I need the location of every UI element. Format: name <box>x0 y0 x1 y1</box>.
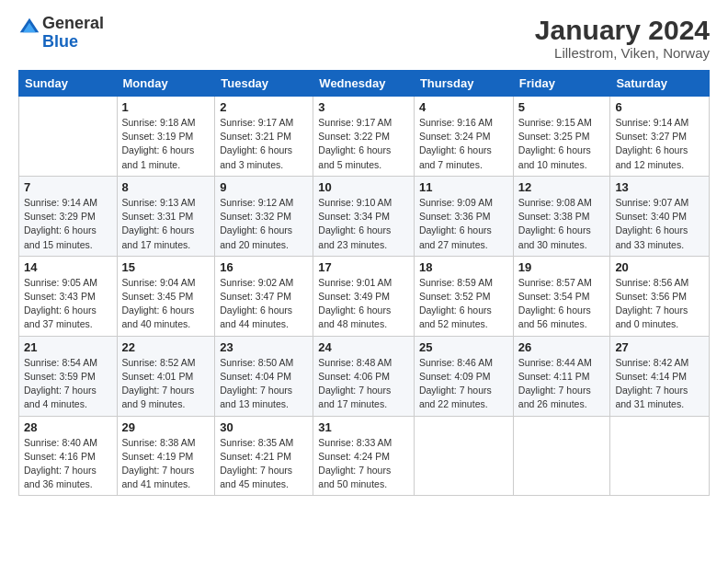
calendar-cell: 9Sunrise: 9:12 AMSunset: 3:32 PMDaylight… <box>215 176 313 256</box>
day-number: 28 <box>24 420 112 434</box>
daylight-hours: Daylight: 6 hours <box>615 144 688 155</box>
calendar-subtitle: Lillestrom, Viken, Norway <box>535 45 710 61</box>
day-number: 17 <box>318 260 409 274</box>
calendar-cell: 24Sunrise: 8:48 AMSunset: 4:06 PMDayligh… <box>313 336 415 416</box>
calendar-cell: 31Sunrise: 8:33 AMSunset: 4:24 PMDayligh… <box>313 416 415 496</box>
calendar-cell: 15Sunrise: 9:04 AMSunset: 3:45 PMDayligh… <box>117 256 215 336</box>
day-info: Sunrise: 9:14 AMSunset: 3:29 PMDaylight:… <box>24 196 112 252</box>
day-info: Sunrise: 9:04 AMSunset: 3:45 PMDaylight:… <box>122 276 210 332</box>
calendar-cell: 22Sunrise: 8:52 AMSunset: 4:01 PMDayligh… <box>117 336 215 416</box>
daylight-hours: Daylight: 6 hours <box>318 144 391 155</box>
day-number: 9 <box>220 180 308 194</box>
calendar-cell: 11Sunrise: 9:09 AMSunset: 3:36 PMDayligh… <box>414 176 513 256</box>
header-row: Sunday Monday Tuesday Wednesday Thursday… <box>19 71 710 97</box>
day-info: Sunrise: 8:35 AMSunset: 4:21 PMDaylight:… <box>220 436 308 492</box>
calendar-body: 1Sunrise: 9:18 AMSunset: 3:19 PMDaylight… <box>19 97 710 496</box>
calendar-cell <box>610 416 710 496</box>
daylight-hours: Daylight: 7 hours <box>220 465 292 476</box>
calendar-week-4: 21Sunrise: 8:54 AMSunset: 3:59 PMDayligh… <box>19 336 710 416</box>
daylight-hours: Daylight: 6 hours <box>122 144 195 155</box>
calendar-cell: 27Sunrise: 8:42 AMSunset: 4:14 PMDayligh… <box>610 336 710 416</box>
daylight-hours: Daylight: 7 hours <box>419 385 492 396</box>
day-number: 24 <box>318 340 409 354</box>
day-number: 29 <box>122 420 210 434</box>
calendar-table: Sunday Monday Tuesday Wednesday Thursday… <box>18 70 710 496</box>
day-info: Sunrise: 9:08 AMSunset: 3:38 PMDaylight:… <box>518 196 606 252</box>
calendar-cell: 12Sunrise: 9:08 AMSunset: 3:38 PMDayligh… <box>513 176 610 256</box>
day-number: 6 <box>615 100 704 114</box>
calendar-header: Sunday Monday Tuesday Wednesday Thursday… <box>19 71 710 97</box>
day-info: Sunrise: 9:13 AMSunset: 3:31 PMDaylight:… <box>122 196 210 252</box>
day-info: Sunrise: 8:52 AMSunset: 4:01 PMDaylight:… <box>122 356 210 412</box>
daylight-hours: Daylight: 6 hours <box>318 304 391 316</box>
daylight-hours: Daylight: 6 hours <box>24 224 97 236</box>
col-thursday: Thursday <box>414 71 513 97</box>
day-number: 22 <box>122 340 210 354</box>
day-info: Sunrise: 8:44 AMSunset: 4:11 PMDaylight:… <box>518 356 606 412</box>
calendar-cell: 21Sunrise: 8:54 AMSunset: 3:59 PMDayligh… <box>19 336 118 416</box>
calendar-cell: 7Sunrise: 9:14 AMSunset: 3:29 PMDaylight… <box>19 176 118 256</box>
calendar-cell: 25Sunrise: 8:46 AMSunset: 4:09 PMDayligh… <box>414 336 513 416</box>
header: General Blue January 2024 Lillestrom, Vi… <box>18 15 710 61</box>
calendar-cell: 26Sunrise: 8:44 AMSunset: 4:11 PMDayligh… <box>513 336 610 416</box>
daylight-hours: Daylight: 6 hours <box>419 144 492 155</box>
calendar-cell: 13Sunrise: 9:07 AMSunset: 3:40 PMDayligh… <box>610 176 710 256</box>
calendar-cell: 20Sunrise: 8:56 AMSunset: 3:56 PMDayligh… <box>610 256 710 336</box>
day-number: 3 <box>318 100 409 114</box>
col-tuesday: Tuesday <box>215 71 313 97</box>
daylight-hours: Daylight: 6 hours <box>122 304 195 316</box>
day-info: Sunrise: 8:42 AMSunset: 4:14 PMDaylight:… <box>615 356 704 412</box>
calendar-cell: 14Sunrise: 9:05 AMSunset: 3:43 PMDayligh… <box>19 256 118 336</box>
day-number: 11 <box>419 180 508 194</box>
day-info: Sunrise: 9:07 AMSunset: 3:40 PMDaylight:… <box>615 196 704 252</box>
daylight-hours: Daylight: 7 hours <box>24 385 97 396</box>
calendar-cell: 19Sunrise: 8:57 AMSunset: 3:54 PMDayligh… <box>513 256 610 336</box>
daylight-hours: Daylight: 6 hours <box>518 224 591 236</box>
calendar-cell <box>19 97 118 177</box>
day-number: 23 <box>220 340 308 354</box>
day-info: Sunrise: 8:50 AMSunset: 4:04 PMDaylight:… <box>220 356 308 412</box>
logo: General Blue <box>18 15 104 52</box>
calendar-cell <box>513 416 610 496</box>
calendar-week-5: 28Sunrise: 8:40 AMSunset: 4:16 PMDayligh… <box>19 416 710 496</box>
page: General Blue January 2024 Lillestrom, Vi… <box>0 0 728 563</box>
calendar-cell: 17Sunrise: 9:01 AMSunset: 3:49 PMDayligh… <box>313 256 415 336</box>
calendar-cell: 6Sunrise: 9:14 AMSunset: 3:27 PMDaylight… <box>610 97 710 177</box>
day-info: Sunrise: 8:38 AMSunset: 4:19 PMDaylight:… <box>122 436 210 492</box>
day-number: 16 <box>220 260 308 274</box>
daylight-hours: Daylight: 6 hours <box>419 224 492 236</box>
day-info: Sunrise: 8:54 AMSunset: 3:59 PMDaylight:… <box>24 356 112 412</box>
calendar-cell: 5Sunrise: 9:15 AMSunset: 3:25 PMDaylight… <box>513 97 610 177</box>
daylight-hours: Daylight: 6 hours <box>24 304 97 316</box>
day-number: 19 <box>518 260 606 274</box>
logo-text: General Blue <box>42 15 104 52</box>
daylight-hours: Daylight: 7 hours <box>122 385 195 396</box>
calendar-cell: 28Sunrise: 8:40 AMSunset: 4:16 PMDayligh… <box>19 416 118 496</box>
daylight-hours: Daylight: 6 hours <box>220 224 292 236</box>
day-info: Sunrise: 9:17 AMSunset: 3:21 PMDaylight:… <box>220 116 308 172</box>
calendar-cell: 18Sunrise: 8:59 AMSunset: 3:52 PMDayligh… <box>414 256 513 336</box>
day-number: 1 <box>122 100 210 114</box>
day-info: Sunrise: 8:57 AMSunset: 3:54 PMDaylight:… <box>518 276 606 332</box>
day-number: 14 <box>24 260 112 274</box>
day-info: Sunrise: 9:15 AMSunset: 3:25 PMDaylight:… <box>518 116 606 172</box>
calendar-cell: 1Sunrise: 9:18 AMSunset: 3:19 PMDaylight… <box>117 97 215 177</box>
calendar-week-1: 1Sunrise: 9:18 AMSunset: 3:19 PMDaylight… <box>19 97 710 177</box>
day-number: 15 <box>122 260 210 274</box>
day-info: Sunrise: 9:10 AMSunset: 3:34 PMDaylight:… <box>318 196 409 252</box>
day-number: 25 <box>419 340 508 354</box>
day-number: 13 <box>615 180 704 194</box>
logo-icon <box>18 17 40 39</box>
day-number: 8 <box>122 180 210 194</box>
calendar-cell: 2Sunrise: 9:17 AMSunset: 3:21 PMDaylight… <box>215 97 313 177</box>
day-number: 30 <box>220 420 308 434</box>
day-number: 10 <box>318 180 409 194</box>
day-info: Sunrise: 9:14 AMSunset: 3:27 PMDaylight:… <box>615 116 704 172</box>
daylight-hours: Daylight: 6 hours <box>419 304 492 316</box>
col-friday: Friday <box>513 71 610 97</box>
col-monday: Monday <box>117 71 215 97</box>
calendar-cell: 4Sunrise: 9:16 AMSunset: 3:24 PMDaylight… <box>414 97 513 177</box>
day-info: Sunrise: 9:16 AMSunset: 3:24 PMDaylight:… <box>419 116 508 172</box>
day-info: Sunrise: 9:18 AMSunset: 3:19 PMDaylight:… <box>122 116 210 172</box>
day-info: Sunrise: 9:12 AMSunset: 3:32 PMDaylight:… <box>220 196 308 252</box>
